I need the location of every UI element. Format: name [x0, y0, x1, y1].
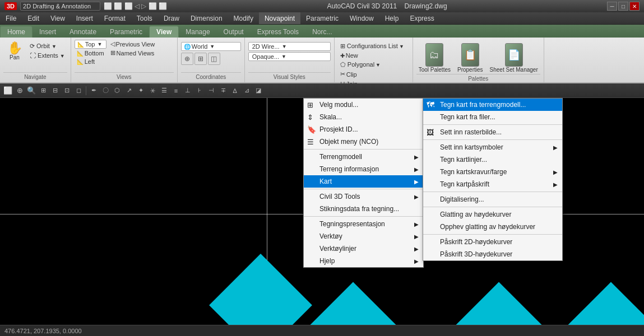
icon-tb-20[interactable]: ∆ [229, 85, 240, 96]
world-dropdown[interactable]: 🌐 World ▼ [181, 42, 241, 51]
icon-tb-1[interactable]: ⬜ [2, 85, 13, 96]
kart-tegn-filer[interactable]: Tegn kart fra filer... [423, 111, 562, 123]
sheet-set-btn[interactable]: 📄 Sheet Set Manager [488, 42, 540, 74]
tool-palettes-btn[interactable]: 🗂 Tool Palettes [416, 42, 453, 74]
menu-skala[interactable]: ⇕ Skala... [304, 111, 423, 123]
kart-glatting[interactable]: Glatting av høydekurver [423, 208, 562, 221]
icon-tb-2[interactable]: ⊕ [14, 85, 25, 96]
menu-item-dimension[interactable]: Dimension [185, 12, 228, 24]
icon-tb-12[interactable]: ✦ [135, 85, 146, 96]
coord-icon-3[interactable]: ◫ [208, 53, 220, 65]
kart-opphev-glatting[interactable]: Opphev glatting av høydekurver [423, 221, 562, 233]
icon-tb-3[interactable]: 🔍 [26, 85, 37, 96]
orbit-btn[interactable]: ⟳ Orbit ▼ [27, 42, 67, 50]
wireframe-dropdown[interactable]: 2D Wire... ▼ [248, 42, 331, 51]
kart-tegn-terrengmodell[interactable]: 🗺 Tegn kart fra terrengmodell... [423, 99, 562, 111]
tab-annotate[interactable]: Annotate [63, 26, 103, 38]
icon-tb-6[interactable]: ⊡ [61, 85, 72, 96]
icon-tb-19[interactable]: ∓ [217, 85, 229, 96]
icon-tb-16[interactable]: ⊥ [182, 85, 193, 96]
icon-tb-4[interactable]: ⊞ [38, 85, 49, 96]
menu-tegningspresentasjon[interactable]: Tegningspresentasjon ▶ [304, 218, 423, 230]
menu-item-insert[interactable]: Insert [71, 12, 99, 24]
kart-kartpaskrift[interactable]: Tegn kartpåskrift ▶ [423, 178, 562, 190]
menu-velg-modul[interactable]: ⊞ Velg modul... [304, 99, 423, 111]
menu-terrengmodell[interactable]: Terrengmodell ▶ [304, 151, 423, 163]
icon-tb-14[interactable]: ☰ [159, 85, 170, 96]
icon-tb-9[interactable]: 〇 [100, 85, 111, 96]
icon-tb-15[interactable]: ≡ [170, 85, 182, 96]
maximize-btn[interactable]: □ [618, 2, 628, 11]
window-controls[interactable]: ─ □ ✕ [607, 2, 640, 11]
close-btn[interactable]: ✕ [629, 2, 640, 11]
menu-prosjekt-id[interactable]: 🔖 Prosjekt ID... [304, 123, 423, 136]
menu-verktoy[interactable]: Verktøy ▶ [304, 230, 423, 242]
menu-item-edit[interactable]: Edit [22, 12, 45, 24]
menu-item-tools[interactable]: Tools [131, 12, 158, 24]
icon-tb-5[interactable]: ⊟ [49, 85, 61, 96]
pan-btn[interactable]: ✋ Pan [3, 41, 26, 62]
named-views-btn[interactable]: ⊞Named Views [108, 49, 157, 57]
tab-manage[interactable]: Manage [179, 26, 216, 38]
menu-hjelp[interactable]: Hjelp ▶ [304, 255, 423, 267]
config-list-dropdown[interactable]: ⊞ Configurations List ▼ [338, 42, 406, 50]
menu-item-view[interactable]: View [45, 12, 71, 24]
kart-divider-1 [423, 124, 562, 125]
icon-tb-11[interactable]: ↗ [123, 85, 135, 96]
tab-express-tools[interactable]: Express Tools [251, 26, 305, 38]
icon-tb-21[interactable]: ⊿ [241, 85, 252, 96]
properties-btn[interactable]: 📋 Properties [455, 42, 485, 74]
view-left-item[interactable]: 📐Left [75, 58, 106, 66]
icon-tb-17[interactable]: ⊦ [194, 85, 205, 96]
tab-view[interactable]: View [149, 26, 179, 38]
kart-kartlinjer[interactable]: Tegn kartlinjer... [423, 153, 562, 166]
kart-paskrift-3d[interactable]: Påskrift 3D-høydekurver [423, 248, 562, 260]
opaque-dropdown[interactable]: Opaque... ▼ [248, 52, 331, 61]
menu-verktoylinjer[interactable]: Verktøylinjer ▶ [304, 242, 423, 255]
canvas-area[interactable]: ⊞ Velg modul... ⇕ Skala... 🔖 Prosjekt ID… [0, 98, 644, 325]
views-label: Views [75, 72, 174, 80]
icon-tb-22[interactable]: ◪ [253, 85, 264, 96]
tab-home[interactable]: Home [0, 26, 33, 38]
menu-item-novapoint[interactable]: Novapoint [259, 12, 300, 24]
view-top-dropdown[interactable]: 📐Top▼ [75, 40, 106, 49]
previous-view-btn[interactable]: ◁Previous View [108, 40, 157, 48]
view-bottom-item[interactable]: 📐Bottom [75, 49, 106, 57]
menu-item-parametric[interactable]: Parametric [300, 12, 344, 24]
icon-tb-7[interactable]: ◻ [73, 85, 84, 96]
new-viewport-btn[interactable]: ✚ New [338, 52, 406, 59]
menu-objekt-meny[interactable]: ☰ Objekt meny (NCO) [304, 136, 423, 148]
menu-terreng-info[interactable]: Terreng informasjon ▶ [304, 163, 423, 175]
icon-tb-8[interactable]: ✒ [88, 85, 99, 96]
kart-paskrift-2d[interactable]: Påskrift 2D-høydekurver [423, 236, 562, 248]
menu-item-file[interactable]: File [0, 12, 22, 24]
menu-kart[interactable]: Kart ▶ [304, 175, 423, 188]
kart-digitalisering[interactable]: Digitalisering... [423, 193, 562, 206]
kart-sett-inn-rasterbilde[interactable]: 🖼 Sett inn rasterbilde... [423, 126, 562, 138]
extents-btn[interactable]: ⛶ Extents ▼ [27, 52, 67, 59]
tab-output[interactable]: Output [217, 26, 251, 38]
icon-tb-18[interactable]: ⊣ [206, 85, 217, 96]
menu-civil3d-tools[interactable]: Civil 3D Tools ▶ [304, 190, 423, 203]
menu-item-express[interactable]: Express [404, 12, 439, 24]
menu-item-draw[interactable]: Draw [158, 12, 185, 24]
minimize-btn[interactable]: ─ [607, 2, 617, 11]
tab-insert[interactable]: Insert [33, 26, 63, 38]
kart-kartskravur[interactable]: Tegn kartskravur/farge ▶ [423, 166, 562, 178]
menu-stikningsdata[interactable]: Stikningsdata fra tegning... [304, 203, 423, 215]
clip-btn[interactable]: ✂ Clip [338, 70, 406, 78]
coord-icon-1[interactable]: ⊕ [181, 53, 193, 65]
workspace-dropdown[interactable]: 2D Drafting & Annotation [20, 2, 100, 11]
coord-icon-2[interactable]: ⊞ [194, 53, 207, 65]
tab-parametric[interactable]: Parametric [103, 26, 149, 38]
ribbon-views-section: 📐Top▼ 📐Bottom 📐Left ◁Previous View ⊞Name… [71, 38, 178, 82]
kart-kartsymboler[interactable]: Sett inn kartsymboler ▶ [423, 141, 562, 153]
polygonal-btn[interactable]: ⬠ Polygonal ▼ [338, 60, 406, 69]
icon-tb-10[interactable]: ⬡ [112, 85, 123, 96]
menu-item-help[interactable]: Help [379, 12, 405, 24]
menu-item-format[interactable]: Format [99, 12, 131, 24]
menu-item-modify[interactable]: Modify [228, 12, 259, 24]
menu-item-window[interactable]: Window [344, 12, 379, 24]
tab-norc[interactable]: Norc... [305, 26, 339, 38]
icon-tb-13[interactable]: ⚹ [147, 85, 158, 96]
